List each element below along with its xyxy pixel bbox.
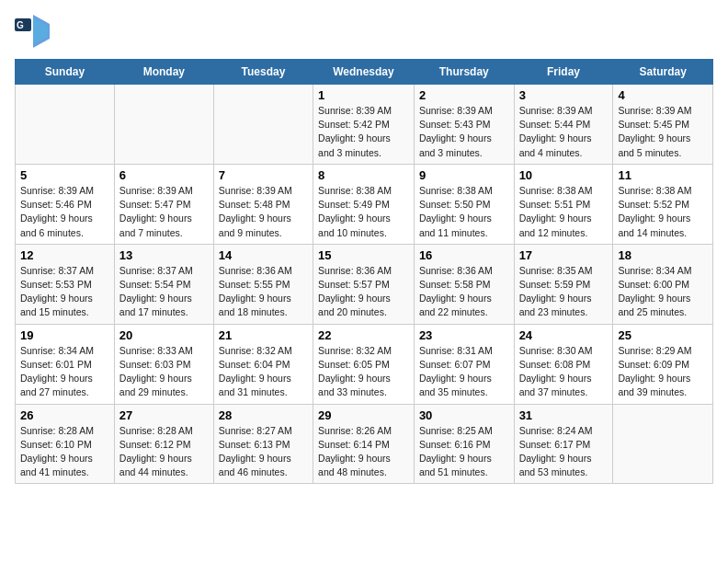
day-number: 26 [20,408,109,422]
day-info: Sunrise: 8:32 AMSunset: 6:05 PMDaylight:… [318,344,409,400]
day-number: 31 [519,408,609,422]
calendar-day-cell: 8Sunrise: 8:38 AMSunset: 5:49 PMDaylight… [313,164,415,244]
day-info: Sunrise: 8:36 AMSunset: 5:55 PMDaylight:… [219,264,308,320]
day-info: Sunrise: 8:29 AMSunset: 6:09 PMDaylight:… [618,344,708,400]
calendar-day-cell: 7Sunrise: 8:39 AMSunset: 5:48 PMDaylight… [213,164,313,244]
day-info: Sunrise: 8:39 AMSunset: 5:43 PMDaylight:… [419,104,509,160]
day-info: Sunrise: 8:39 AMSunset: 5:47 PMDaylight:… [119,184,209,240]
day-number: 17 [519,248,609,262]
day-number: 29 [318,408,409,422]
calendar-day-cell: 13Sunrise: 8:37 AMSunset: 5:54 PMDayligh… [114,244,213,324]
day-number: 8 [318,168,409,182]
day-info: Sunrise: 8:38 AMSunset: 5:49 PMDaylight:… [318,184,409,240]
weekday-header: Friday [514,60,613,85]
calendar-day-cell [213,85,313,165]
calendar-week-row: 5Sunrise: 8:39 AMSunset: 5:46 PMDaylight… [16,164,713,244]
calendar-day-cell: 24Sunrise: 8:30 AMSunset: 6:08 PMDayligh… [514,324,613,404]
day-info: Sunrise: 8:33 AMSunset: 6:03 PMDaylight:… [119,344,209,400]
day-info: Sunrise: 8:37 AMSunset: 5:53 PMDaylight:… [20,264,109,320]
calendar-day-cell: 6Sunrise: 8:39 AMSunset: 5:47 PMDaylight… [114,164,213,244]
calendar-day-cell: 20Sunrise: 8:33 AMSunset: 6:03 PMDayligh… [114,324,213,404]
calendar-week-row: 19Sunrise: 8:34 AMSunset: 6:01 PMDayligh… [16,324,713,404]
calendar-day-cell: 15Sunrise: 8:36 AMSunset: 5:57 PMDayligh… [313,244,415,324]
day-info: Sunrise: 8:34 AMSunset: 6:00 PMDaylight:… [618,264,708,320]
weekday-header: Thursday [414,60,514,85]
day-info: Sunrise: 8:39 AMSunset: 5:46 PMDaylight:… [20,184,109,240]
day-info: Sunrise: 8:28 AMSunset: 6:10 PMDaylight:… [20,424,109,480]
calendar-day-cell: 12Sunrise: 8:37 AMSunset: 5:53 PMDayligh… [16,244,115,324]
day-number: 1 [318,88,409,102]
calendar-day-cell: 4Sunrise: 8:39 AMSunset: 5:45 PMDaylight… [613,85,713,165]
day-number: 28 [219,408,308,422]
calendar-day-cell: 26Sunrise: 8:28 AMSunset: 6:10 PMDayligh… [16,404,115,484]
day-info: Sunrise: 8:26 AMSunset: 6:14 PMDaylight:… [318,424,409,480]
weekday-row: SundayMondayTuesdayWednesdayThursdayFrid… [16,60,713,85]
calendar-day-cell: 9Sunrise: 8:38 AMSunset: 5:50 PMDaylight… [414,164,514,244]
day-number: 4 [618,88,708,102]
weekday-header: Saturday [613,60,713,85]
calendar-week-row: 1Sunrise: 8:39 AMSunset: 5:42 PMDaylight… [16,85,713,165]
day-info: Sunrise: 8:30 AMSunset: 6:08 PMDaylight:… [519,344,609,400]
calendar-day-cell: 17Sunrise: 8:35 AMSunset: 5:59 PMDayligh… [514,244,613,324]
calendar-day-cell: 25Sunrise: 8:29 AMSunset: 6:09 PMDayligh… [613,324,713,404]
day-number: 25 [618,328,708,342]
day-number: 23 [419,328,509,342]
day-number: 30 [419,408,509,422]
day-info: Sunrise: 8:39 AMSunset: 5:42 PMDaylight:… [318,104,409,160]
calendar-table: SundayMondayTuesdayWednesdayThursdayFrid… [15,59,713,484]
calendar-day-cell: 18Sunrise: 8:34 AMSunset: 6:00 PMDayligh… [613,244,713,324]
calendar-day-cell: 2Sunrise: 8:39 AMSunset: 5:43 PMDaylight… [414,85,514,165]
calendar-day-cell: 29Sunrise: 8:26 AMSunset: 6:14 PMDayligh… [313,404,415,484]
day-info: Sunrise: 8:36 AMSunset: 5:57 PMDaylight:… [318,264,409,320]
weekday-header: Wednesday [313,60,415,85]
day-info: Sunrise: 8:35 AMSunset: 5:59 PMDaylight:… [519,264,609,320]
day-info: Sunrise: 8:36 AMSunset: 5:58 PMDaylight:… [419,264,509,320]
calendar-day-cell: 5Sunrise: 8:39 AMSunset: 5:46 PMDaylight… [16,164,115,244]
calendar-day-cell: 16Sunrise: 8:36 AMSunset: 5:58 PMDayligh… [414,244,514,324]
day-number: 7 [219,168,308,182]
day-info: Sunrise: 8:39 AMSunset: 5:45 PMDaylight:… [618,104,708,160]
day-info: Sunrise: 8:27 AMSunset: 6:13 PMDaylight:… [219,424,308,480]
day-number: 9 [419,168,509,182]
day-number: 12 [20,248,109,262]
calendar-day-cell: 3Sunrise: 8:39 AMSunset: 5:44 PMDaylight… [514,85,613,165]
calendar-week-row: 12Sunrise: 8:37 AMSunset: 5:53 PMDayligh… [16,244,713,324]
calendar-day-cell: 11Sunrise: 8:38 AMSunset: 5:52 PMDayligh… [613,164,713,244]
day-number: 19 [20,328,109,342]
calendar-day-cell: 10Sunrise: 8:38 AMSunset: 5:51 PMDayligh… [514,164,613,244]
day-info: Sunrise: 8:39 AMSunset: 5:44 PMDaylight:… [519,104,609,160]
day-number: 14 [219,248,308,262]
calendar-day-cell: 1Sunrise: 8:39 AMSunset: 5:42 PMDaylight… [313,85,415,165]
day-info: Sunrise: 8:32 AMSunset: 6:04 PMDaylight:… [219,344,308,400]
calendar-day-cell: 30Sunrise: 8:25 AMSunset: 6:16 PMDayligh… [414,404,514,484]
calendar-day-cell: 28Sunrise: 8:27 AMSunset: 6:13 PMDayligh… [213,404,313,484]
calendar-day-cell: 22Sunrise: 8:32 AMSunset: 6:05 PMDayligh… [313,324,415,404]
day-number: 10 [519,168,609,182]
day-number: 27 [119,408,209,422]
day-info: Sunrise: 8:24 AMSunset: 6:17 PMDaylight:… [519,424,609,480]
day-number: 24 [519,328,609,342]
calendar-body: 1Sunrise: 8:39 AMSunset: 5:42 PMDaylight… [16,85,713,484]
day-info: Sunrise: 8:38 AMSunset: 5:51 PMDaylight:… [519,184,609,240]
day-info: Sunrise: 8:38 AMSunset: 5:52 PMDaylight:… [618,184,708,240]
day-number: 5 [20,168,109,182]
day-info: Sunrise: 8:37 AMSunset: 5:54 PMDaylight:… [119,264,209,320]
weekday-header: Monday [114,60,213,85]
page-header: G [15,15,713,48]
day-info: Sunrise: 8:34 AMSunset: 6:01 PMDaylight:… [20,344,109,400]
weekday-header: Sunday [16,60,115,85]
logo-icon: G [15,15,51,48]
calendar-day-cell: 31Sunrise: 8:24 AMSunset: 6:17 PMDayligh… [514,404,613,484]
day-number: 18 [618,248,708,262]
calendar-day-cell: 21Sunrise: 8:32 AMSunset: 6:04 PMDayligh… [213,324,313,404]
day-number: 20 [119,328,209,342]
day-info: Sunrise: 8:28 AMSunset: 6:12 PMDaylight:… [119,424,209,480]
calendar-header: SundayMondayTuesdayWednesdayThursdayFrid… [16,60,713,85]
calendar-day-cell [114,85,213,165]
day-number: 2 [419,88,509,102]
calendar-day-cell: 19Sunrise: 8:34 AMSunset: 6:01 PMDayligh… [16,324,115,404]
logo: G [15,15,55,48]
calendar-day-cell: 27Sunrise: 8:28 AMSunset: 6:12 PMDayligh… [114,404,213,484]
day-number: 6 [119,168,209,182]
day-info: Sunrise: 8:39 AMSunset: 5:48 PMDaylight:… [219,184,308,240]
